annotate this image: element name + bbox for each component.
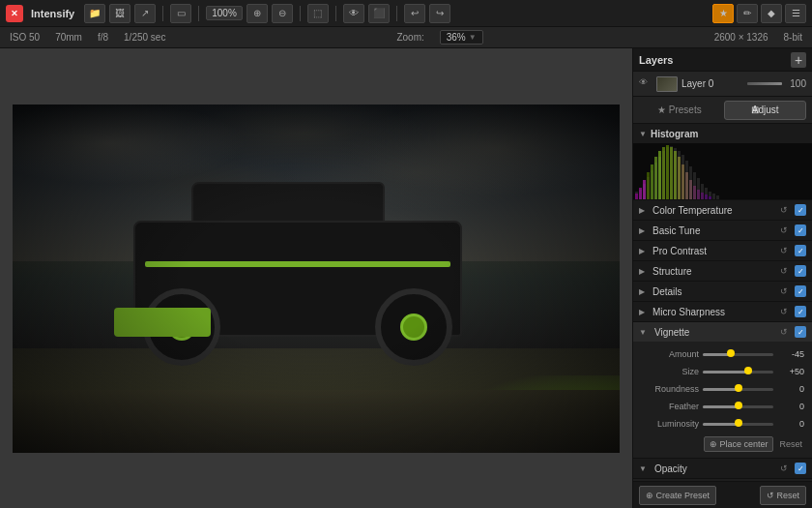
histogram-header[interactable]: ▼ Histogram xyxy=(633,124,812,143)
main-layout: Layers + 👁 Layer 0 100 ★ Presets ⊞ Adjus… xyxy=(0,48,812,508)
reset-all-btn[interactable]: ↺ Reset xyxy=(760,486,806,505)
ct-enable[interactable]: ✓ xyxy=(795,204,806,216)
basic-tune-section: ▶ Basic Tune ↺ ✓ xyxy=(633,221,812,241)
star-icon-btn[interactable]: ★ xyxy=(712,4,734,23)
luminosity-fill xyxy=(703,423,739,426)
vig-title: Vignette xyxy=(654,327,773,338)
photo-container xyxy=(13,105,620,453)
svg-rect-24 xyxy=(643,180,646,199)
amount-thumb[interactable] xyxy=(727,349,735,357)
layer-row[interactable]: 👁 Layer 0 100 xyxy=(633,72,812,97)
str-reset-icon[interactable]: ↺ xyxy=(777,264,791,278)
shutter-info: 1/250 sec xyxy=(124,32,165,43)
add-layer-btn[interactable]: + xyxy=(791,52,806,68)
roundness-fill xyxy=(703,388,739,391)
str-enable[interactable]: ✓ xyxy=(795,265,806,277)
svg-rect-26 xyxy=(651,164,653,199)
layer-visibility-icon[interactable]: 👁 xyxy=(639,77,652,91)
opacity-header[interactable]: ▼ Opacity ↺ ✓ xyxy=(633,459,812,478)
compare-btn[interactable]: ⬛ xyxy=(368,4,390,23)
details-header[interactable]: ▶ Details ↺ ✓ xyxy=(633,282,812,301)
export-btn[interactable]: ↗ xyxy=(134,4,156,23)
tab-adjust[interactable]: ⊞ Adjust xyxy=(724,101,807,120)
size-fill xyxy=(703,371,748,374)
menu-icon-btn[interactable]: ☰ xyxy=(785,4,806,23)
op-enable[interactable]: ✓ xyxy=(795,463,806,474)
luminosity-label: Luminosity xyxy=(641,419,699,429)
vig-reset-icon[interactable]: ↺ xyxy=(777,325,791,339)
sep4 xyxy=(335,6,336,21)
luminosity-thumb[interactable] xyxy=(735,419,742,427)
view-btn[interactable]: 🖼 xyxy=(109,4,130,23)
zoom-arrow: ▼ xyxy=(469,33,477,42)
feather-value: 0 xyxy=(777,402,804,411)
zoom-100[interactable]: 100% xyxy=(206,6,243,20)
pro-contrast-header[interactable]: ▶ Pro Contrast ↺ ✓ xyxy=(633,241,812,260)
luminosity-track[interactable] xyxy=(703,423,773,426)
det-title: Details xyxy=(652,286,773,297)
zoom-in-btn[interactable]: ⊕ xyxy=(246,4,268,23)
bt-reset-icon[interactable]: ↺ xyxy=(777,224,791,237)
undo-btn[interactable]: ↩ xyxy=(404,4,425,23)
fit-btn[interactable]: ⬚ xyxy=(307,4,329,23)
basic-tune-header[interactable]: ▶ Basic Tune ↺ ✓ xyxy=(633,221,812,240)
opacity-slider-mini[interactable] xyxy=(747,82,782,85)
roundness-label: Roundness xyxy=(641,384,699,394)
amount-track[interactable] xyxy=(703,353,773,356)
create-preset-btn[interactable]: ⊕ Create Preset xyxy=(639,486,716,505)
amount-row: Amount -45 xyxy=(641,345,804,363)
op-reset-icon[interactable]: ↺ xyxy=(777,462,791,475)
svg-rect-33 xyxy=(678,157,681,199)
histogram-section: ▼ Histogram xyxy=(633,124,812,200)
eye-btn[interactable]: 👁 xyxy=(343,4,364,23)
svg-rect-30 xyxy=(666,145,669,199)
layer-opacity: 100 xyxy=(790,78,806,89)
diamond-icon-btn[interactable]: ◆ xyxy=(761,4,782,23)
ms-enable[interactable]: ✓ xyxy=(795,306,806,317)
str-arrow: ▶ xyxy=(639,267,645,276)
bt-enable[interactable]: ✓ xyxy=(795,224,806,236)
zoom-value[interactable]: 36% ▼ xyxy=(440,30,483,45)
det-enable[interactable]: ✓ xyxy=(795,285,806,297)
pc-reset-icon[interactable]: ↺ xyxy=(777,244,791,257)
vignette-overlay xyxy=(13,105,620,453)
pc-arrow: ▶ xyxy=(639,247,645,255)
panel-tabs: ★ Presets ⊞ Adjust xyxy=(633,97,812,124)
right-panel: Layers + 👁 Layer 0 100 ★ Presets ⊞ Adjus… xyxy=(632,48,812,508)
roundness-track[interactable] xyxy=(703,388,773,391)
vignette-header[interactable]: ▼ Vignette ↺ ✓ xyxy=(633,322,812,342)
svg-rect-37 xyxy=(693,186,696,199)
layer-name: Layer 0 xyxy=(682,78,743,89)
app-logo: ✕ xyxy=(6,5,23,22)
open-btn[interactable]: 📁 xyxy=(84,4,105,23)
color-temperature-header[interactable]: ▶ Color Temperature ↺ ✓ xyxy=(633,200,812,220)
ct-arrow: ▶ xyxy=(639,206,645,215)
svg-rect-27 xyxy=(654,157,657,199)
aperture-info: f/8 xyxy=(98,32,108,43)
pc-enable[interactable]: ✓ xyxy=(795,245,806,256)
svg-rect-40 xyxy=(705,194,708,199)
histogram-svg xyxy=(633,143,803,199)
vig-enable[interactable]: ✓ xyxy=(795,326,806,338)
roundness-thumb[interactable] xyxy=(735,384,742,392)
tab-presets[interactable]: ★ Presets xyxy=(639,101,720,120)
redo-btn[interactable]: ↪ xyxy=(429,4,450,23)
vignette-reset-btn[interactable]: Reset xyxy=(779,436,802,452)
crop-btn[interactable]: ▭ xyxy=(170,4,191,23)
size-thumb[interactable] xyxy=(744,367,752,374)
feather-track[interactable] xyxy=(703,405,773,408)
feather-thumb[interactable] xyxy=(735,402,742,409)
zoom-out-btn[interactable]: ⊖ xyxy=(272,4,293,23)
zoom-label: Zoom: xyxy=(396,32,423,43)
ct-reset-icon[interactable]: ↺ xyxy=(777,203,791,217)
app-title: Intensify xyxy=(31,8,74,19)
micro-sharpness-header[interactable]: ▶ Micro Sharpness ↺ ✓ xyxy=(633,302,812,321)
focal-info: 70mm xyxy=(55,32,82,43)
canvas-area[interactable] xyxy=(0,48,632,508)
size-track[interactable] xyxy=(703,371,773,374)
place-center-btn[interactable]: ⊕ Place center xyxy=(704,436,774,452)
det-reset-icon[interactable]: ↺ xyxy=(777,284,791,298)
structure-header[interactable]: ▶ Structure ↺ ✓ xyxy=(633,261,812,281)
pencil-icon-btn[interactable]: ✏ xyxy=(737,4,758,23)
ms-reset-icon[interactable]: ↺ xyxy=(777,305,791,318)
